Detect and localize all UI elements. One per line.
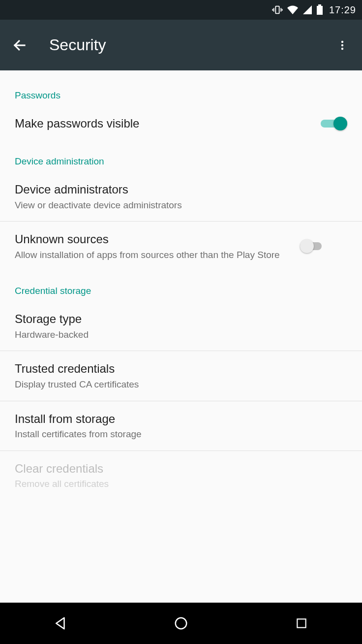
item-title: Device administrators [15,182,347,197]
navigation-bar [0,603,362,644]
item-title: Trusted credentials [15,361,347,377]
app-bar: Security [0,20,362,70]
section-header-device-administration: Device administration [0,141,362,172]
svg-rect-5 [317,6,323,15]
svg-rect-12 [298,619,306,627]
section-header-credential-storage: Credential storage [0,271,362,301]
item-trusted-credentials[interactable]: Trusted credentials Display trusted CA c… [0,351,362,400]
item-title: Unknown sources [15,231,290,247]
status-bar: 17:29 [0,0,362,20]
toggle-make-passwords-visible[interactable] [321,116,347,131]
svg-point-10 [341,47,343,49]
item-device-administrators[interactable]: Device administrators View or deactivate… [0,172,362,221]
item-summary: Allow installation of apps from sources … [15,249,290,261]
settings-list: Passwords Make passwords visible Device … [0,70,362,500]
item-summary: Install certificates from storage [15,428,347,441]
toggle-unknown-sources[interactable] [300,239,327,254]
clock-text: 17:29 [329,4,356,16]
item-summary: Display trusted CA certificates [15,378,347,391]
item-title: Install from storage [15,411,347,427]
item-unknown-sources[interactable]: Unknown sources Allow installation of ap… [0,222,362,271]
back-button[interactable] [10,35,30,55]
overflow-menu-button[interactable] [332,35,352,55]
item-title: Clear credentials [15,461,347,477]
page-title: Security [49,36,332,54]
battery-icon [316,4,323,15]
nav-back-button[interactable] [46,609,75,638]
section-header-passwords: Passwords [0,70,362,106]
item-summary: Remove all certificates [15,478,347,490]
item-summary: Hardware-backed [15,328,347,341]
svg-point-11 [176,618,187,629]
svg-rect-6 [318,4,321,6]
item-title: Storage type [15,311,347,327]
nav-home-button[interactable] [166,609,196,638]
nav-recent-button[interactable] [287,609,316,638]
cell-signal-icon [302,5,312,15]
vibrate-icon [272,4,283,15]
svg-point-8 [341,40,343,42]
item-storage-type[interactable]: Storage type Hardware-backed [0,301,362,351]
svg-point-9 [341,44,343,46]
item-install-from-storage[interactable]: Install from storage Install certificate… [0,401,362,451]
item-title: Make passwords visible [15,116,311,131]
wifi-icon [287,5,299,15]
svg-rect-0 [275,6,279,14]
item-summary: View or deactivate device administrators [15,199,347,212]
item-clear-credentials: Clear credentials Remove all certificate… [0,451,362,500]
item-make-passwords-visible[interactable]: Make passwords visible [0,106,362,141]
